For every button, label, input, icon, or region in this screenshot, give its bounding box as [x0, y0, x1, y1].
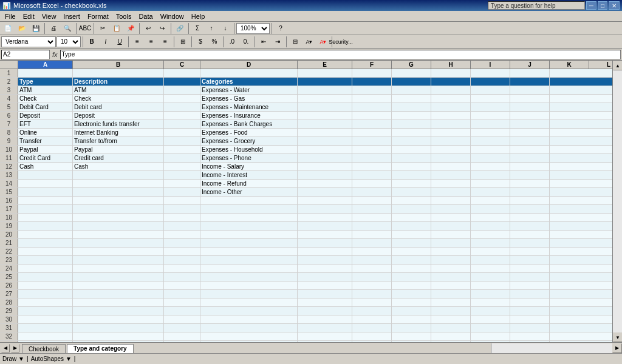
cell-a-20[interactable] [18, 231, 73, 238]
cell-f-4[interactable] [352, 95, 392, 103]
minimize-button[interactable]: ─ [586, 1, 596, 10]
cell-b-9[interactable]: Transfer to/from [73, 137, 164, 145]
cell-f-32[interactable] [352, 332, 392, 340]
cell-g-25[interactable] [392, 273, 431, 281]
cell-h-20[interactable] [431, 231, 471, 238]
cell-c-21[interactable] [164, 239, 200, 247]
cell-e-17[interactable] [298, 205, 352, 213]
cell-i-10[interactable] [471, 146, 510, 153]
cell-g-13[interactable] [392, 171, 431, 179]
copy-button[interactable]: 📋 [110, 22, 123, 35]
menu-window[interactable]: Window [157, 12, 188, 21]
table-row[interactable]: 11Credit CardCredit cardExpenses - Phone [0, 154, 612, 163]
cell-i-21[interactable] [471, 239, 510, 247]
vertical-scrollbar[interactable]: ▲ ▼ [612, 61, 622, 342]
cell-c-14[interactable] [164, 180, 200, 187]
cell-f-28[interactable] [352, 298, 392, 306]
cell-b-2[interactable]: Description [73, 78, 164, 86]
cell-g-9[interactable] [392, 137, 431, 145]
cell-i-12[interactable] [471, 163, 510, 170]
cell-e-7[interactable] [298, 120, 352, 128]
cell-a-15[interactable] [18, 188, 73, 196]
help-box[interactable]: Type a question for help [488, 1, 585, 10]
cell-g-30[interactable] [392, 315, 431, 323]
cell-f-23[interactable] [352, 256, 392, 264]
cell-b-11[interactable]: Credit card [73, 154, 164, 162]
cell-a-22[interactable] [18, 248, 73, 255]
table-row[interactable]: 25 [0, 273, 612, 281]
cell-e-20[interactable] [298, 231, 352, 238]
cell-a-7[interactable]: EFT [18, 120, 73, 128]
security-button[interactable]: Security... [334, 36, 347, 48]
cell-g-24[interactable] [392, 265, 431, 272]
cell-d-31[interactable] [200, 324, 298, 332]
cell-g-1[interactable] [392, 69, 431, 77]
table-row[interactable]: 32 [0, 332, 612, 341]
cell-c-6[interactable] [164, 112, 200, 120]
table-row[interactable]: 10PaypalPaypalExpenses - Household [0, 146, 612, 154]
percent-button[interactable]: % [208, 36, 221, 48]
cell-j-9[interactable] [510, 137, 550, 145]
col-header-e[interactable]: E [298, 61, 352, 69]
cell-a-11[interactable]: Credit Card [18, 154, 73, 162]
cell-j-13[interactable] [510, 171, 550, 179]
cell-h-15[interactable] [431, 188, 471, 196]
cell-h-7[interactable] [431, 120, 471, 128]
cell-i-32[interactable] [471, 332, 510, 340]
col-header-l[interactable]: L [589, 61, 612, 69]
table-row[interactable]: 15Income - Other [0, 188, 612, 197]
cell-e-8[interactable] [298, 129, 352, 136]
table-row[interactable]: 16 [0, 197, 612, 205]
cell-d-18[interactable] [200, 214, 298, 221]
cell-g-20[interactable] [392, 231, 431, 238]
cell-g-23[interactable] [392, 256, 431, 264]
table-row[interactable]: 2TypeDescriptionCategories [0, 78, 612, 86]
table-row[interactable]: 21 [0, 239, 612, 248]
cell-b-3[interactable]: ATM [73, 86, 164, 94]
cell-d-27[interactable] [200, 290, 298, 298]
cell-h-32[interactable] [431, 332, 471, 340]
cell-h-19[interactable] [431, 222, 471, 230]
cell-b-16[interactable] [73, 197, 164, 204]
tab-checkbook[interactable]: Checkbook [22, 344, 66, 354]
fill-color-button[interactable]: A▾ [302, 36, 316, 48]
cut-button[interactable]: ✂ [96, 22, 109, 35]
cell-c-22[interactable] [164, 248, 200, 255]
cell-h-22[interactable] [431, 248, 471, 255]
table-row[interactable]: 14Income - Refund [0, 180, 612, 188]
cell-j-28[interactable] [510, 298, 550, 306]
bold-button[interactable]: B [85, 36, 98, 48]
cell-e-3[interactable] [298, 86, 352, 94]
cell-g-27[interactable] [392, 290, 431, 298]
cell-d-24[interactable] [200, 265, 298, 272]
cell-i-16[interactable] [471, 197, 510, 204]
italic-button[interactable]: I [99, 36, 112, 48]
cell-j-14[interactable] [510, 180, 550, 187]
table-row[interactable]: 8OnlineInternet BankingExpenses - Food [0, 129, 612, 137]
cell-b-14[interactable] [73, 180, 164, 187]
col-header-j[interactable]: J [510, 61, 550, 69]
cell-g-12[interactable] [392, 163, 431, 170]
cell-b-19[interactable] [73, 222, 164, 230]
cell-a-30[interactable] [18, 315, 73, 323]
cell-a-19[interactable] [18, 222, 73, 230]
cell-f-20[interactable] [352, 231, 392, 238]
cell-f-19[interactable] [352, 222, 392, 230]
table-row[interactable]: 23 [0, 256, 612, 265]
table-row[interactable]: 24 [0, 265, 612, 273]
menu-format[interactable]: Format [84, 12, 112, 21]
cell-e-18[interactable] [298, 214, 352, 221]
cell-c-19[interactable] [164, 222, 200, 230]
cell-g-21[interactable] [392, 239, 431, 247]
cell-f-29[interactable] [352, 307, 392, 315]
cell-i-14[interactable] [471, 180, 510, 187]
cell-e-13[interactable] [298, 171, 352, 179]
cell-i-23[interactable] [471, 256, 510, 264]
cell-a-32[interactable] [18, 332, 73, 340]
cell-c-29[interactable] [164, 307, 200, 315]
cell-a-23[interactable] [18, 256, 73, 264]
cell-b-12[interactable]: Cash [73, 163, 164, 170]
cell-f-30[interactable] [352, 315, 392, 323]
cell-e-15[interactable] [298, 188, 352, 196]
cell-h-2[interactable] [431, 78, 471, 86]
